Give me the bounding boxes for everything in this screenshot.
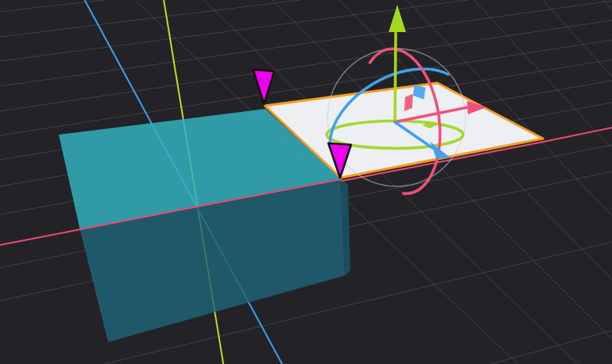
viewport-3d[interactable]: [0, 0, 612, 364]
viewport-canvas[interactable]: [0, 0, 612, 364]
translate-arrow-y-shaft[interactable]: [395, 33, 396, 122]
